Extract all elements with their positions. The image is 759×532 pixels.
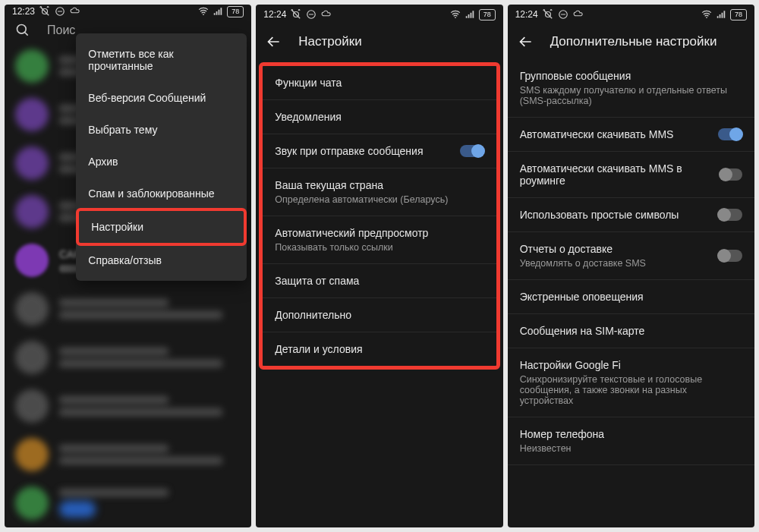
item-notifications[interactable]: Уведомления — [263, 100, 496, 134]
battery-indicator: 78 — [227, 6, 244, 17]
item-advanced[interactable]: Дополнительно — [263, 298, 496, 332]
chat-row[interactable] — [5, 479, 251, 527]
item-google-fi[interactable]: Настройки Google Fi Синхронизируйте текс… — [508, 348, 754, 417]
settings-header: Настройки — [256, 24, 502, 59]
item-label: Ваша текущая страна — [275, 179, 383, 191]
simple-chars-toggle[interactable] — [718, 209, 742, 221]
search-icon — [15, 23, 30, 38]
wifi-icon — [198, 6, 209, 17]
chat-row[interactable] — [5, 430, 251, 479]
item-label: Номер телефона — [520, 428, 604, 440]
cloud-icon — [70, 6, 80, 17]
item-group-messages[interactable]: Групповые сообщения SMS каждому получате… — [508, 59, 754, 118]
svg-point-2 — [17, 24, 27, 33]
item-label: Настройки Google Fi — [520, 359, 621, 371]
item-label: Автоматически скачивать MMS — [520, 128, 674, 140]
send-sound-toggle[interactable] — [460, 145, 484, 157]
item-label: Автоматически скачивать MMS в роуминге — [520, 162, 716, 187]
signal-icon — [465, 9, 475, 20]
menu-archive[interactable]: Архив — [76, 146, 247, 178]
dnd-icon — [55, 6, 65, 17]
item-simple-chars[interactable]: Использовать простые символы — [508, 198, 754, 232]
status-bar: 12:24 78 — [256, 5, 502, 24]
item-emergency-alerts[interactable]: Экстренные оповещения — [508, 280, 754, 314]
item-auto-mms-roaming[interactable]: Автоматически скачивать MMS в роуминге — [508, 152, 754, 198]
item-sublabel: Неизвестен — [520, 443, 572, 454]
highlight-box: Функции чата Уведомления Звук при отправ… — [259, 62, 499, 370]
back-arrow-icon[interactable] — [266, 34, 282, 49]
chat-row[interactable] — [5, 382, 251, 430]
menu-mark-all-read[interactable]: Отметить все как прочитанные — [76, 38, 247, 82]
search-placeholder: Поис — [47, 24, 75, 37]
phone-screen-3: 12:24 78 Дополнительные настройки Группо… — [508, 5, 754, 527]
back-arrow-icon[interactable] — [518, 34, 534, 49]
time-text: 12:24 — [263, 9, 286, 20]
auto-mms-roaming-toggle[interactable] — [720, 168, 742, 181]
svg-point-1 — [203, 14, 204, 15]
item-label: Автоматический предпросмотр — [275, 227, 428, 239]
menu-choose-theme[interactable]: Выбрать тему — [76, 114, 247, 146]
item-label: Звук при отправке сообщения — [275, 145, 423, 157]
item-details-terms[interactable]: Детали и условия — [263, 332, 496, 366]
item-sim-messages[interactable]: Сообщения на SIM-карте — [508, 314, 754, 348]
wifi-icon — [701, 9, 712, 20]
item-sublabel: Показывать только ссылки — [275, 242, 392, 253]
settings-list: Функции чата Уведомления Звук при отправ… — [256, 59, 502, 527]
item-sublabel: Уведомлять о доставке SMS — [520, 258, 646, 269]
advanced-settings-list: Групповые сообщения SMS каждому получате… — [508, 59, 754, 527]
chat-row[interactable] — [5, 333, 251, 382]
item-auto-mms[interactable]: Автоматически скачивать MMS — [508, 118, 754, 152]
alarm-off-icon — [39, 6, 50, 17]
cloud-icon — [573, 9, 584, 20]
menu-spam-blocked[interactable]: Спам и заблокированные — [76, 178, 247, 209]
item-current-country[interactable]: Ваша текущая страна Определена автоматич… — [263, 168, 496, 216]
phone-screen-2: 12:24 78 Настройки Функции чата Уведомле… — [256, 5, 502, 527]
dnd-icon — [558, 9, 568, 20]
advanced-settings-header: Дополнительные настройки — [508, 24, 754, 59]
svg-point-6 — [706, 17, 707, 18]
dnd-icon — [306, 9, 317, 20]
time-text: 12:24 — [515, 9, 538, 20]
phone-screen-1: 12:23 78 Поис CAR Отметить все как прочи… — [5, 5, 251, 527]
page-title: Дополнительные настройки — [550, 34, 717, 49]
item-delivery-reports[interactable]: Отчеты о доставке Уведомлять о доставке … — [508, 232, 754, 280]
signal-icon — [716, 9, 726, 20]
item-label: Групповые сообщения — [520, 70, 631, 82]
item-auto-preview[interactable]: Автоматический предпросмотр Показывать т… — [263, 216, 496, 264]
alarm-off-icon — [291, 9, 301, 20]
battery-indicator: 78 — [730, 9, 747, 20]
svg-point-4 — [455, 17, 456, 18]
menu-settings[interactable]: Настройки — [76, 208, 247, 246]
status-bar: 12:23 78 — [5, 5, 251, 18]
auto-mms-toggle[interactable] — [718, 128, 742, 140]
item-label: Отчеты о доставке — [520, 243, 646, 255]
item-sublabel: Синхронизируйте текстовые и голосовые со… — [520, 374, 742, 406]
status-bar: 12:24 78 — [508, 5, 754, 24]
cloud-icon — [321, 9, 332, 20]
alarm-off-icon — [543, 9, 553, 20]
item-sublabel: SMS каждому получателю и отдельные ответ… — [520, 85, 742, 106]
signal-icon — [213, 6, 223, 17]
menu-help-feedback[interactable]: Справка/отзыв — [76, 244, 247, 276]
page-title: Настройки — [298, 34, 361, 49]
wifi-icon — [450, 9, 461, 20]
chat-row[interactable] — [5, 285, 251, 333]
item-sublabel: Определена автоматически (Беларусь) — [275, 194, 448, 205]
item-spam-protection[interactable]: Защита от спама — [263, 264, 496, 298]
menu-web-version[interactable]: Веб-версия Сообщений — [76, 82, 247, 114]
item-label: Использовать простые символы — [520, 209, 679, 221]
battery-indicator: 78 — [479, 9, 496, 20]
item-chat-features[interactable]: Функции чата — [263, 66, 496, 100]
overflow-menu: Отметить все как прочитанные Веб-версия … — [76, 33, 247, 281]
item-send-sound[interactable]: Звук при отправке сообщения — [263, 134, 496, 168]
delivery-reports-toggle[interactable] — [718, 250, 742, 262]
time-text: 12:23 — [12, 6, 35, 17]
item-phone-number[interactable]: Номер телефона Неизвестен — [508, 417, 754, 465]
